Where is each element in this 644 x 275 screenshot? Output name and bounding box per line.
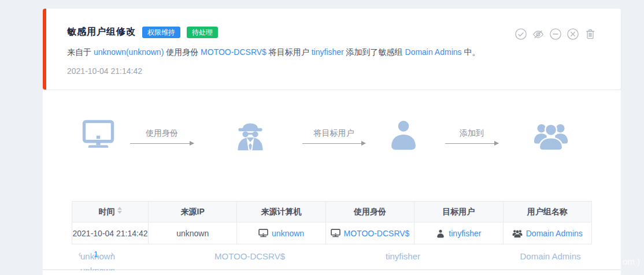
- desc-link-group[interactable]: Domain Admins: [405, 47, 462, 57]
- spy-icon: [233, 116, 268, 152]
- flow-arrow-1: 使用身份: [130, 143, 194, 144]
- alert-detail-panel: unknown unknown 使用身份 MOTOO-DCSRV$ 将目标用户: [43, 90, 621, 270]
- group-name-link[interactable]: Domain Admins: [526, 229, 583, 238]
- next-page-button[interactable]: ›: [104, 247, 120, 261]
- watermark-text: om ): [623, 257, 640, 266]
- flow-node-source-computer: [81, 118, 116, 151]
- flow-arrow-label-3: 添加到: [425, 128, 518, 139]
- alert-timestamp: 2021-10-04 21:14:42: [67, 66, 621, 76]
- desc-text: 添加到了敏感组: [344, 47, 405, 57]
- event-table: 时间 来源IP 来源计算机 使用身份 目标用户 用户组名称 2021-10-04…: [72, 201, 592, 244]
- flow-label-target-user: tinyfisher: [339, 249, 467, 263]
- user-icon: [436, 229, 445, 238]
- cell-identity: MOTOO-DCSRV$: [325, 222, 414, 244]
- user-icon: [387, 117, 420, 151]
- computer-icon: [258, 228, 268, 238]
- flow-arrow-label-2: 将目标用户: [288, 128, 380, 139]
- desc-text: 使用身份: [164, 47, 201, 57]
- flow-arrow-2: 将目标用户: [302, 143, 365, 144]
- column-header-target-user: 目标用户: [414, 202, 503, 222]
- tactic-badge: 权限维持: [142, 27, 180, 38]
- user-group-icon: [512, 228, 523, 238]
- flow-node-identity: [233, 116, 268, 152]
- column-header-identity: 使用身份: [325, 202, 414, 222]
- minus-circle-icon[interactable]: [549, 28, 562, 40]
- cell-time: 2021-10-04 21:14:42: [72, 222, 149, 244]
- desc-link-target-user[interactable]: tinyfisher: [312, 47, 344, 57]
- flow-node-target-user: [386, 117, 421, 151]
- alert-action-bar: [515, 28, 597, 40]
- trash-icon[interactable]: [584, 28, 597, 40]
- target-user-link[interactable]: tinyfisher: [449, 229, 481, 238]
- table-row: 2021-10-04 21:14:42 unknown unknown MOTO…: [72, 222, 592, 244]
- flow-label-group: Domain Admins: [487, 249, 614, 263]
- alert-card: 敏感用户组修改 权限维持 待处理 来自于 unknown(unknown) 使用…: [43, 9, 621, 90]
- flow-node-group: [533, 118, 569, 151]
- column-header-time[interactable]: 时间: [72, 202, 149, 222]
- page-number-1[interactable]: 1: [88, 247, 104, 261]
- desc-link-source[interactable]: unknown(unknown): [94, 47, 164, 57]
- desc-text: 来自于: [67, 47, 94, 57]
- computer-icon: [82, 118, 115, 151]
- column-header-source-ip: 来源IP: [149, 202, 237, 222]
- alert-title: 敏感用户组修改: [67, 26, 136, 38]
- prev-page-button[interactable]: ‹: [72, 247, 88, 261]
- desc-text: 中。: [462, 47, 480, 57]
- flow-label-identity: MOTOO-DCSRV$: [186, 249, 313, 263]
- close-circle-icon[interactable]: [567, 28, 579, 40]
- source-computer-link[interactable]: unknown: [272, 229, 304, 238]
- confirm-check-circle-icon[interactable]: [515, 28, 527, 40]
- computer-icon: [331, 228, 340, 238]
- table-header-row: 时间 来源IP 来源计算机 使用身份 目标用户 用户组名称: [72, 202, 592, 222]
- cell-source-ip: unknown: [149, 222, 237, 244]
- column-header-group-name: 用户组名称: [503, 202, 591, 222]
- next-section-strip: [43, 270, 621, 275]
- status-badge: 待处理: [187, 27, 218, 38]
- identity-link[interactable]: MOTOO-DCSRV$: [344, 229, 410, 238]
- cell-group-name: Domain Admins: [503, 222, 591, 244]
- flow-arrow-label-1: 使用身份: [116, 128, 208, 139]
- user-group-icon: [534, 118, 568, 151]
- cell-target-user: tinyfisher: [414, 222, 503, 244]
- sort-caret-icon[interactable]: [117, 207, 122, 214]
- alert-description: 来自于 unknown(unknown) 使用身份 MOTOO-DCSRV$ 将…: [67, 47, 621, 58]
- pagination: ‹ 1 ›: [72, 247, 120, 261]
- flow-arrow-3: 添加到: [445, 143, 498, 144]
- ignore-eye-off-icon[interactable]: [532, 28, 545, 40]
- desc-text: 将目标用户: [267, 47, 312, 57]
- column-header-source-computer: 来源计算机: [237, 202, 325, 222]
- desc-link-identity[interactable]: MOTOO-DCSRV$: [201, 47, 267, 57]
- cell-source-computer: unknown: [237, 222, 325, 244]
